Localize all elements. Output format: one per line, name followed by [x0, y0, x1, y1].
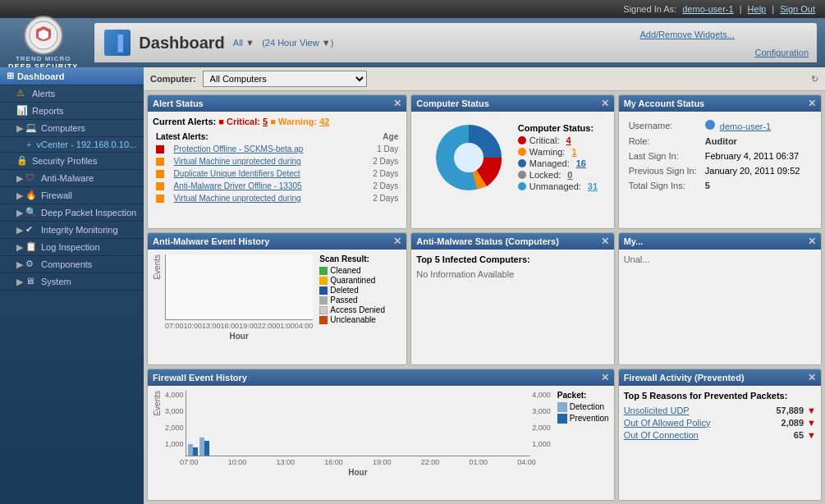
my-account-header: My Account Status ✕	[619, 95, 821, 112]
alert-status-close[interactable]: ✕	[393, 98, 401, 109]
fw-activity-row: Out Of Allowed Policy 2,089 ▼	[624, 418, 816, 428]
sidebar-item-anti-malware[interactable]: ▶ 🛡 Anti-Malware	[0, 170, 144, 187]
content-area: Computer: All Computers ↻ Alert Status ✕…	[144, 67, 825, 504]
warning-dot	[156, 158, 164, 166]
fw-y-right: 4,0003,0002,0001,000	[532, 391, 551, 456]
firewall-activity-close[interactable]: ✕	[808, 372, 816, 383]
bar-pair	[199, 424, 209, 456]
sidebar-item-vcenter[interactable]: + vCenter - 192.168.0.10...	[0, 137, 144, 153]
uncleanable-dot	[319, 316, 328, 324]
firewall-history-close[interactable]: ✕	[601, 372, 609, 383]
my-account-close[interactable]: ✕	[808, 98, 816, 109]
add-widgets-button[interactable]: Add/Remove Widgets...	[639, 30, 735, 39]
table-row: Virtual Machine unprotected during 2 Day…	[154, 193, 400, 204]
legend-managed: Managed: 16	[518, 158, 598, 168]
fw-y-left: 4,0003,0002,0001,000	[165, 391, 184, 456]
alert-status-widget: Alert Status ✕ Current Alerts: ■ Critica…	[147, 94, 407, 229]
anti-malware-chart	[165, 254, 313, 320]
anti-malware-status-close[interactable]: ✕	[601, 236, 609, 247]
sidebar-item-dashboard[interactable]: ⊞ Dashboard	[0, 67, 144, 85]
all-link[interactable]: All	[233, 38, 243, 48]
fw-y-label: Events	[153, 391, 162, 416]
current-alerts-line: Current Alerts: ■ Critical: 5 ■ Warning:…	[153, 117, 401, 126]
cleaned-dot	[319, 267, 328, 275]
am-x-labels: 07:0010:0013:0016:0019:0022:0001:0004:00	[165, 322, 313, 330]
am-x-title: Hour	[165, 332, 313, 341]
firewall-activity-header: Firewall Activity (Prevented) ✕	[619, 369, 821, 386]
partial-widget-top: My... ✕ Unal...	[618, 232, 822, 364]
legend-locked: Locked: 0	[518, 170, 598, 180]
anti-malware-status-widget: Anti-Malware Status (Computers) ✕ Top 5 …	[410, 232, 614, 364]
fw-activity-row: Unsolicited UDP 57,889 ▼	[624, 405, 816, 415]
pie-container: Computer Status: Critical: 4 Warning: 1	[416, 117, 608, 199]
status-legend: Computer Status: Critical: 4 Warning: 1	[518, 123, 598, 193]
username-value-link[interactable]: demo-user-1	[720, 121, 771, 131]
table-row: Anti-Malware Driver Offline - 13305 2 Da…	[154, 181, 400, 191]
critical-dot	[156, 145, 164, 153]
sign-out-link[interactable]: Sign Out	[780, 4, 815, 14]
firewall-activity-body: Top 5 Reasons for Prevented Packets: Uns…	[619, 386, 821, 500]
firewall-activity-widget: Firewall Activity (Prevented) ✕ Top 5 Re…	[618, 369, 822, 501]
legend-detection: Detection	[557, 402, 609, 412]
legend-unmanaged: Unmanaged: 31	[518, 181, 598, 191]
help-link[interactable]: Help	[748, 4, 767, 14]
partial-close[interactable]: ✕	[808, 236, 816, 247]
sidebar-item-integrity[interactable]: ▶ ✔ Integrity Monitoring	[0, 222, 144, 239]
unsolicited-udp-link[interactable]: Unsolicited UDP	[624, 405, 690, 415]
fw-activity-row: Out Of Connection 65 ▼	[624, 430, 816, 440]
computer-status-header: Computer Status ✕	[411, 95, 613, 112]
legend-prevention: Prevention	[557, 414, 609, 424]
brand-name: TREND MICRO	[16, 55, 71, 62]
refresh-icon[interactable]: ↻	[811, 74, 818, 85]
legend-passed: Passed	[319, 296, 401, 305]
alert-status-body: Current Alerts: ■ Critical: 5 ■ Warning:…	[148, 112, 406, 228]
topbar: Signed In As: demo-user-1 | Help | Sign …	[0, 0, 825, 18]
sidebar-item-alerts[interactable]: ⚠ Alerts	[0, 85, 144, 103]
table-row: Previous Sign In: January 20, 2011 09:52	[626, 164, 804, 177]
fw-x-labels: 07:0010:0013:0016:0019:0022:0001:0004:00	[165, 458, 551, 466]
legend-warning: Warning: 1	[518, 147, 598, 157]
arrow-down-icon: ▼	[807, 418, 816, 428]
out-of-allowed-policy-link[interactable]: Out Of Allowed Policy	[624, 418, 711, 428]
sidebar-item-reports[interactable]: 📊 Reports	[0, 103, 144, 120]
sidebar-item-security-profiles[interactable]: 🔒 Security Profiles	[0, 153, 144, 170]
computer-select[interactable]: All Computers	[203, 71, 367, 87]
sidebar-item-log-inspection[interactable]: ▶ 📋 Log Inspection	[0, 239, 144, 256]
sidebar-item-components[interactable]: ▶ ⚙ Components	[0, 256, 144, 273]
main-layout: ⊞ Dashboard ⚠ Alerts 📊 Reports ▶ 💻 Compu…	[0, 67, 825, 504]
am-y-label: Events	[153, 254, 162, 280]
warning-dot	[156, 170, 164, 178]
username-link[interactable]: demo-user-1	[682, 4, 733, 14]
anti-malware-history-close[interactable]: ✕	[393, 236, 401, 247]
header-controls[interactable]: All ▼ (24 Hour View ▼)	[233, 38, 333, 48]
logo-area: TREND MICRO DEEP SECURITY	[8, 16, 78, 71]
sidebar-item-computers[interactable]: ▶ 💻 Computers	[0, 120, 144, 137]
anti-malware-history-header: Anti-Malware Event History ✕	[148, 233, 406, 250]
prevent-bar	[193, 447, 198, 455]
sidebar-item-firewall[interactable]: ▶ 🔥 Firewall	[0, 187, 144, 204]
legend-cleaned: Cleaned	[319, 266, 401, 275]
sidebar-item-system[interactable]: ▶ 🖥 System	[0, 273, 144, 291]
access-denied-dot	[319, 306, 328, 314]
dashboard-header-bar: Dashboard All ▼ (24 Hour View ▼) Add/Rem…	[94, 23, 817, 62]
computer-status-pie	[428, 117, 510, 199]
anti-malware-history-body: Events 07:0010:0013:0016:0019:0022:0001:…	[148, 250, 406, 364]
computer-status-close[interactable]: ✕	[601, 98, 609, 109]
anti-malware-history-widget: Anti-Malware Event History ✕ Events 07:0…	[147, 232, 407, 364]
fw-x-title: Hour	[165, 468, 551, 477]
legend-critical: Critical: 4	[518, 135, 598, 145]
table-row: Virtual Machine unprotected during 2 Day…	[154, 156, 400, 167]
legend-uncleanable: Uncleanable	[319, 315, 401, 324]
anti-malware-status-body: Top 5 Infected Computers: No Information…	[411, 250, 613, 364]
view-link[interactable]: 24 Hour View	[265, 38, 319, 48]
passed-dot	[319, 296, 328, 305]
unmanaged-legend-dot	[518, 182, 526, 190]
legend-access-denied: Access Denied	[319, 305, 401, 314]
configuration-link[interactable]: Configuration	[755, 48, 809, 57]
firewall-history-widget: Firewall Event History ✕ Events 4,0003,0…	[147, 369, 615, 501]
sidebar-item-deep-packet[interactable]: ▶ 🔍 Deep Packet Inspection	[0, 204, 144, 222]
alert-status-header: Alert Status ✕	[148, 95, 406, 112]
my-account-widget: My Account Status ✕ Username: demo-user-…	[618, 94, 822, 229]
out-of-connection-link[interactable]: Out Of Connection	[624, 430, 699, 440]
alerts-table: Latest Alerts: Age Protection Offline - …	[153, 130, 401, 205]
